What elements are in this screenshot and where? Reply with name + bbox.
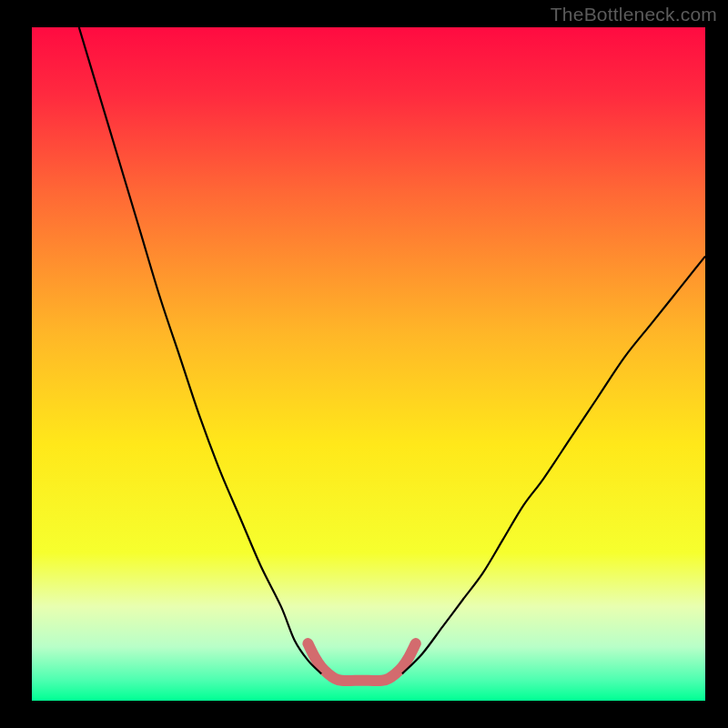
chart-frame: TheBottleneck.com — [0, 0, 728, 728]
gradient-background — [32, 27, 705, 701]
plot-area — [32, 27, 705, 701]
plot-svg — [32, 27, 705, 701]
watermark-text: TheBottleneck.com — [551, 4, 717, 25]
